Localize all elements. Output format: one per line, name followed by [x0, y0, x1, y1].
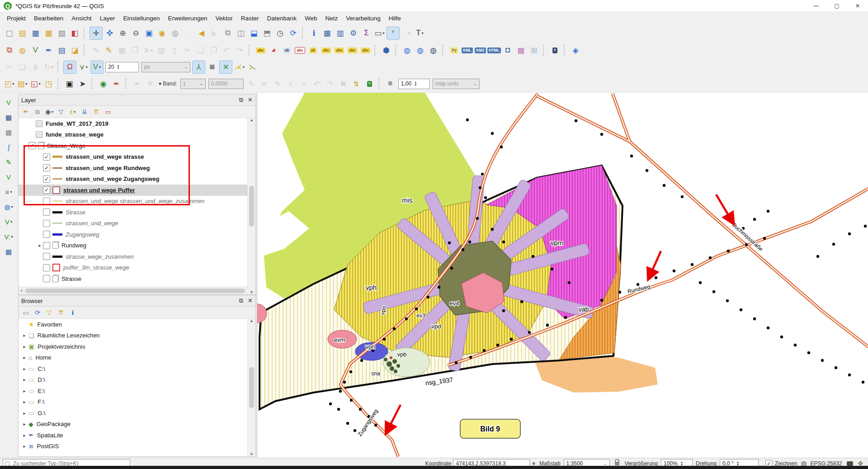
raster-redo[interactable]: ↷: [324, 78, 336, 90]
dock-v[interactable]: V: [3, 171, 15, 183]
enable-snapping[interactable]: Ω: [63, 61, 76, 74]
menu-vektor[interactable]: Vektor: [212, 13, 237, 24]
move-label[interactable]: ab: [307, 44, 319, 57]
layer-item-strassen-und-wege-puffer[interactable]: ✓strassen und wege Puffer: [19, 185, 248, 196]
tree-arrow-icon[interactable]: ▸: [21, 366, 28, 371]
redo[interactable]: ↷: [234, 44, 246, 57]
layer-item-strassen-und-wege-strassen-und-wege-zusammen[interactable]: strassen_und_wege strassen_und_wege_zusa…: [19, 196, 248, 207]
layer-panel-vscrollbar[interactable]: ▲▼: [247, 118, 255, 294]
show-hide-labels[interactable]: abc: [320, 44, 332, 57]
move-label-2[interactable]: abc: [333, 44, 345, 57]
scale-lock-icon[interactable]: [615, 462, 619, 465]
menu-raster[interactable]: Raster: [237, 13, 263, 24]
new-spatial-bookmark[interactable]: ⬓: [248, 27, 260, 39]
snap-unit[interactable]: px⌄: [142, 62, 190, 72]
manage-visibility[interactable]: ◉▾: [44, 107, 54, 117]
cursor-capture[interactable]: ➤: [76, 78, 89, 90]
toggle-editing[interactable]: ✎: [103, 44, 115, 57]
raster-swatch[interactable]: ■: [144, 78, 156, 90]
statistical-summary[interactable]: ▥: [334, 27, 346, 39]
layer-item-funde-wt-2017-2019[interactable]: Funde_WT_2017_2019: [19, 118, 248, 129]
save-layer-edits[interactable]: ▦: [116, 44, 128, 57]
layer-checkbox[interactable]: ✓: [43, 164, 50, 171]
band-value[interactable]: 0,0000: [208, 79, 244, 89]
tree-arrow-icon[interactable]: ▸: [21, 444, 28, 449]
tree-arrow-icon[interactable]: ▸: [21, 377, 28, 382]
layer-item-strasse[interactable]: Strasse: [19, 273, 248, 284]
dock-hook[interactable]: ∫: [3, 141, 15, 153]
menu-datenbank[interactable]: Datenbank: [263, 13, 301, 24]
help-contents[interactable]: ?: [549, 44, 561, 57]
pan-map[interactable]: ✛: [90, 27, 103, 40]
layer-checkbox[interactable]: ✓: [43, 153, 50, 161]
raster-help[interactable]: ?: [363, 78, 376, 90]
layer-item-zugangsweg[interactable]: Zugangsweg: [19, 229, 248, 240]
menu-netz[interactable]: Netz: [321, 13, 342, 24]
dock-v-colon[interactable]: V:▾: [3, 231, 15, 243]
advanced-copy[interactable]: ❏: [16, 61, 28, 73]
maximize-button[interactable]: ▢: [826, 0, 847, 12]
measure-line[interactable]: ▭▾: [373, 27, 386, 39]
highlight-labels[interactable]: abc: [294, 44, 306, 57]
zoom-full-extent[interactable]: ▣: [143, 27, 155, 39]
python-console[interactable]: Py: [448, 44, 460, 57]
tree-arrow-icon[interactable]: ▸: [21, 333, 28, 338]
cut-features[interactable]: ✂: [181, 44, 193, 57]
layer-checkbox[interactable]: ✓: [28, 142, 36, 149]
style-manager[interactable]: ◧: [69, 27, 81, 39]
open-project[interactable]: ▤: [16, 27, 28, 39]
sum-statistics[interactable]: Σ: [360, 27, 373, 39]
menu-web[interactable]: Web: [301, 13, 321, 24]
stroke-width-icon[interactable]: ≡: [384, 78, 396, 90]
collapse-browser[interactable]: ⇈: [56, 308, 66, 317]
snap-mode[interactable]: ⋎▾: [77, 61, 90, 73]
rotate-feature[interactable]: ↻▾: [42, 61, 55, 73]
zoom-out[interactable]: ⊖: [130, 27, 142, 39]
select-by-form[interactable]: ▤▾: [16, 78, 28, 90]
zoom-to-selection[interactable]: ◉: [156, 27, 168, 39]
refresh-map[interactable]: ⟳: [287, 27, 299, 39]
browser-item-r-umliche-lesezeichen[interactable]: ▸❏Räumliche Lesezeichen: [19, 330, 248, 341]
tree-arrow-icon[interactable]: ▸: [21, 344, 28, 349]
osm-place-search[interactable]: ◌▾: [401, 27, 413, 39]
style-panel[interactable]: ✒: [21, 107, 31, 117]
menu-verarbeitung[interactable]: Verarbeitung: [342, 13, 385, 24]
topological-editing[interactable]: ⅄: [192, 61, 205, 74]
zoom-next[interactable]: ▶: [208, 27, 221, 39]
undo[interactable]: ↶: [221, 44, 233, 57]
dock-layers[interactable]: ≡▾: [3, 186, 15, 198]
layer-panel-hscrollbar[interactable]: <: [19, 287, 248, 294]
tree-arrow-icon[interactable]: ▸: [21, 433, 28, 438]
pin-labels[interactable]: ab: [281, 44, 293, 57]
menu-erweiterungen[interactable]: Erweiterungen: [164, 13, 211, 24]
browser-item-projektverzeichnis[interactable]: ▸▣Projektverzeichnis: [19, 341, 248, 352]
stroke-unit[interactable]: map units⌄: [433, 79, 480, 89]
browser-item-favoriten[interactable]: ★Favoriten: [19, 319, 248, 330]
data-source-manager[interactable]: ⧉: [3, 44, 15, 57]
snap-tolerance[interactable]: 20▲▼: [105, 62, 139, 72]
add-group[interactable]: ⧉: [33, 107, 42, 117]
temporal-controller[interactable]: ◷: [274, 27, 286, 39]
dock-blue-box[interactable]: ▦: [3, 111, 15, 123]
dock-globe[interactable]: ◍▾: [3, 201, 15, 213]
menu-einstellungen[interactable]: Einstellungen: [119, 13, 164, 24]
browser-panel-float-icon[interactable]: ⧉: [239, 297, 243, 304]
dock-checker[interactable]: ▩: [3, 126, 15, 138]
text-annotation[interactable]: T▾: [414, 27, 426, 39]
dock-green-v[interactable]: V▾: [3, 216, 15, 228]
layer-item-strassen-und-wege-rundweg[interactable]: ✓strassen_und_wege Rundweg: [19, 162, 248, 174]
raster-curve[interactable]: ≈: [298, 78, 310, 90]
select-features[interactable]: ◰▾: [3, 78, 15, 90]
rotate-label[interactable]: abc: [346, 44, 359, 57]
refresh-browser[interactable]: ⟳: [33, 308, 42, 317]
wms-add[interactable]: ◍: [401, 44, 413, 57]
remove-layer[interactable]: ▭: [103, 107, 113, 117]
layer-item-strassen-und-wege[interactable]: strassen_und_wege: [19, 218, 248, 229]
new-spatialite-layer[interactable]: ✒: [42, 44, 55, 57]
copy-features[interactable]: ❏: [194, 44, 207, 57]
menu-ansicht[interactable]: Ansicht: [67, 13, 95, 24]
raster-pencil-c[interactable]: ✎: [272, 78, 284, 90]
vertex-tool[interactable]: ✕▾: [142, 44, 154, 57]
browser-item-f-[interactable]: ▸▭F:\: [19, 397, 248, 408]
browser-item-geopackage[interactable]: ▸◆GeoPackage: [19, 419, 248, 430]
